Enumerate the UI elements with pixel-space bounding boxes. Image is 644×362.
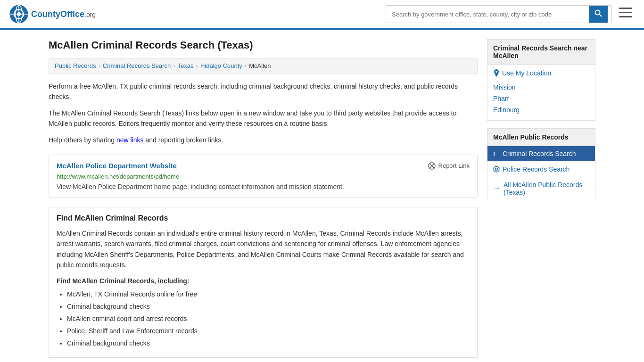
all-public-records-link[interactable]: All McAllen Public Records (Texas) <box>504 181 589 196</box>
use-my-location-button[interactable]: Use My Location <box>493 69 589 77</box>
breadcrumb-sep-1: › <box>98 62 100 69</box>
link-block-desc: View McAllen Police Department home page… <box>57 183 470 190</box>
find-section-list: McAllen, TX Criminal Records online for … <box>67 289 470 348</box>
breadcrumb-hidalgo[interactable]: Hidalgo County <box>200 62 242 69</box>
svg-line-7 <box>600 15 602 17</box>
intro-paragraph-1: Perform a free McAllen, TX public crimin… <box>49 81 478 102</box>
criminal-records-search-link[interactable]: Criminal Records Search <box>503 150 576 157</box>
breadcrumb: Public Records › Criminal Records Search… <box>49 58 478 74</box>
find-section: Find McAllen Criminal Records McAllen Cr… <box>49 207 478 358</box>
breadcrumb-sep-3: › <box>196 62 198 69</box>
logo-area: CountyOffice.org <box>9 5 96 24</box>
sidebar-link-edinburg[interactable]: Edinburg <box>493 104 589 115</box>
link-block: McAllen Police Department Website Report… <box>49 155 478 197</box>
arrow-right-icon: → <box>493 184 501 193</box>
sidebar-nav-police-records[interactable]: Police Records Search <box>487 162 595 177</box>
sidebar-link-mission[interactable]: Mission <box>493 82 589 93</box>
content-area: McAllen Criminal Records Search (Texas) … <box>49 39 478 358</box>
report-icon <box>428 162 436 170</box>
link-block-url[interactable]: http://www.mcallen.net/departments/pd/ho… <box>57 173 470 180</box>
sidebar: Criminal Records Search near McAllen Use… <box>487 39 595 358</box>
list-item: McAllen criminal court and arrest record… <box>67 314 470 324</box>
hamburger-menu-icon[interactable] <box>617 5 635 23</box>
logo-text: CountyOffice.org <box>31 9 96 19</box>
sidebar-nearby-section: Criminal Records Search near McAllen Use… <box>487 39 595 121</box>
list-item: Criminal background checks <box>67 338 470 348</box>
intro-para3-pre: Help others by sharing <box>49 136 116 144</box>
report-link-label: Report Link <box>438 162 470 169</box>
header: CountyOffice.org <box>0 0 644 30</box>
logo-icon <box>9 5 28 24</box>
intro-para3-post: and reporting broken links. <box>144 136 223 144</box>
breadcrumb-sep-4: › <box>245 62 247 69</box>
list-item: Criminal background checks <box>67 302 470 312</box>
exclamation-icon: ! <box>493 150 500 157</box>
svg-rect-10 <box>619 16 632 17</box>
svg-point-14 <box>495 71 497 73</box>
breadcrumb-public-records[interactable]: Public Records <box>55 62 96 69</box>
search-button[interactable] <box>589 6 608 23</box>
list-item: Police, Sheriff and Law Enforcement reco… <box>67 326 470 336</box>
intro-paragraph-3: Help others by sharing new links and rep… <box>49 135 478 145</box>
breadcrumb-texas[interactable]: Texas <box>178 62 194 69</box>
page-title: McAllen Criminal Records Search (Texas) <box>49 39 478 51</box>
intro-paragraph-2: The McAllen Criminal Records Search (Tex… <box>49 108 478 129</box>
use-my-location-label: Use My Location <box>502 69 551 77</box>
svg-rect-9 <box>619 12 632 13</box>
find-section-title: Find McAllen Criminal Records <box>57 214 470 222</box>
search-input[interactable] <box>386 7 589 22</box>
breadcrumb-sep-2: › <box>173 62 175 69</box>
report-link-button[interactable]: Report Link <box>428 162 470 170</box>
sidebar-public-records-section: McAllen Public Records ! Criminal Record… <box>487 128 595 200</box>
list-item: McAllen, TX Criminal Records online for … <box>67 289 470 299</box>
find-section-subtitle: Find McAllen Criminal Records, including… <box>57 277 470 285</box>
find-section-paragraph: McAllen Criminal Records contain an indi… <box>57 228 470 271</box>
location-pin-icon <box>493 69 500 77</box>
svg-point-6 <box>595 10 600 15</box>
header-right <box>386 5 635 23</box>
sidebar-all-records-link[interactable]: → All McAllen Public Records (Texas) <box>487 177 595 200</box>
sidebar-link-pharr[interactable]: Pharr <box>493 93 589 104</box>
sidebar-nearby-title: Criminal Records Search near McAllen <box>487 40 595 65</box>
breadcrumb-criminal-records[interactable]: Criminal Records Search <box>103 62 171 69</box>
svg-point-15 <box>494 166 499 172</box>
svg-rect-8 <box>619 8 632 9</box>
svg-point-16 <box>495 168 498 171</box>
sidebar-public-records-title: McAllen Public Records <box>487 129 595 146</box>
link-block-title[interactable]: McAllen Police Department Website <box>57 162 177 170</box>
link-block-header: McAllen Police Department Website Report… <box>57 162 470 170</box>
svg-point-5 <box>17 12 21 16</box>
search-icon <box>594 9 602 17</box>
new-links-link[interactable]: new links <box>116 136 144 144</box>
police-records-icon <box>493 166 500 173</box>
main-container: McAllen Criminal Records Search (Texas) … <box>39 30 605 362</box>
search-bar <box>386 5 612 23</box>
police-records-search-link[interactable]: Police Records Search <box>503 165 570 173</box>
sidebar-nearby-body: Use My Location Mission Pharr Edinburg <box>487 65 595 120</box>
sidebar-nav-criminal-records[interactable]: ! Criminal Records Search <box>487 146 595 162</box>
breadcrumb-mcallen: McAllen <box>249 62 271 69</box>
